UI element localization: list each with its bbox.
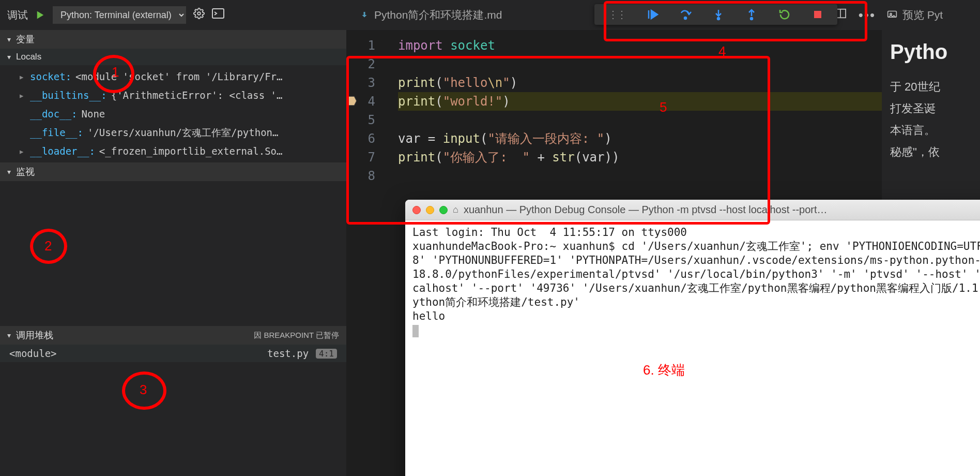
watch-area[interactable] [0, 181, 346, 326]
variable-row[interactable]: __doc__: None [19, 105, 346, 123]
variable-value: {'ArithmeticError': <class '… [111, 86, 283, 105]
line-number[interactable]: 5 [346, 111, 388, 129]
variable-name: __loader__: [30, 142, 95, 160]
variable-name: __file__: [30, 123, 83, 142]
variables-list: ▸socket: <module 'socket' from '/Library… [0, 65, 346, 162]
line-number[interactable]: 3 [346, 73, 388, 92]
line-number[interactable]: 2 [346, 55, 388, 73]
svg-point-1 [197, 12, 201, 15]
line-number[interactable]: 7 [346, 148, 388, 167]
line-number[interactable]: 1 [346, 36, 388, 55]
code-line[interactable] [398, 111, 882, 129]
step-into-button[interactable] [712, 8, 725, 21]
frame-location: 4:1 [316, 349, 337, 359]
preview-text: 于 20世纪 [882, 76, 980, 98]
drag-handle-icon[interactable]: ⋮⋮ [608, 8, 625, 21]
step-over-button[interactable] [679, 8, 692, 21]
debug-label: 调试 [7, 8, 28, 22]
restart-button[interactable] [778, 8, 791, 21]
section-watch[interactable]: ▾ 监视 [0, 162, 346, 181]
code-line[interactable]: import socket [398, 36, 882, 55]
terminal-window[interactable]: ⌂ xuanhun — Python Debug Console — Pytho… [405, 200, 980, 476]
start-debug-button[interactable] [35, 10, 45, 20]
section-locals[interactable]: ▾ Locals [0, 49, 346, 65]
variable-row[interactable]: ▸__loader__: <_frozen_importlib_external… [19, 142, 346, 160]
window-controls[interactable] [412, 206, 448, 214]
code-line[interactable] [398, 167, 882, 185]
preview-text: 本语言。 [882, 120, 980, 141]
chevron-down-icon: ▾ [7, 53, 11, 61]
frame-file: test.py [267, 348, 309, 359]
code-line[interactable]: print("hello\n") [398, 73, 882, 92]
continue-button[interactable] [646, 8, 659, 21]
preview-text: 打发圣诞 [882, 98, 980, 120]
variable-row[interactable]: ▸__builtins__: {'ArithmeticError': <clas… [19, 86, 346, 105]
debug-topbar: 调试 Python: Terminal (external) [0, 0, 346, 30]
svg-marker-4 [651, 10, 657, 19]
svg-rect-10 [814, 11, 821, 18]
chevron-right-icon: ▸ [19, 142, 26, 160]
gear-icon[interactable] [193, 8, 205, 22]
callstack-frame[interactable]: <module> test.py 4:1 [0, 345, 346, 362]
code-line[interactable]: print("你输入了: " + str(var)) [398, 148, 882, 167]
line-number[interactable]: 6 [346, 129, 388, 148]
chevron-down-icon: ▾ [7, 35, 11, 43]
svg-point-9 [751, 18, 753, 20]
locals-title: Locals [16, 52, 41, 62]
code-line[interactable]: var = input("请输入一段内容: ") [398, 129, 882, 148]
preview-text: 秘感"，依 [882, 141, 980, 163]
close-icon[interactable] [412, 206, 421, 214]
terminal-title: xuanhun — Python Debug Console — Python … [464, 204, 828, 216]
variable-row[interactable]: __file__: '/Users/xuanhun/玄魂工作室/python… [19, 123, 346, 142]
terminal-titlebar[interactable]: ⌂ xuanhun — Python Debug Console — Pytho… [405, 200, 980, 220]
variable-name: socket: [30, 67, 71, 86]
section-variables[interactable]: ▾ 变量 [0, 30, 346, 49]
chevron-down-icon: ▾ [7, 168, 11, 176]
preview-heading: Pytho [882, 30, 980, 76]
more-icon[interactable]: ••• [859, 7, 876, 23]
tab-file[interactable]: Python简介和环境搭建.md [353, 4, 509, 26]
variable-value: <_frozen_importlib_external.So… [99, 142, 283, 160]
step-out-button[interactable] [745, 8, 758, 21]
variable-value: None [82, 105, 105, 123]
minimize-icon[interactable] [426, 206, 434, 214]
breakpoint-current-icon [346, 93, 358, 105]
stop-button[interactable] [811, 8, 824, 21]
callstack-title: 调用堆栈 [16, 329, 53, 341]
line-number[interactable]: 8 [346, 167, 388, 185]
chevron-down-icon: ▾ [7, 331, 11, 339]
variable-name: __doc__: [30, 105, 78, 123]
home-icon: ⌂ [453, 204, 458, 215]
debug-toolbar[interactable]: ⋮⋮ [594, 4, 837, 25]
terminal-body[interactable]: Last login: Thu Oct 4 11:55:17 on ttys00… [405, 220, 980, 343]
variable-value: '/Users/xuanhun/玄魂工作室/python… [87, 123, 279, 142]
code-line[interactable]: print("world!") [398, 92, 882, 111]
preview-icon [887, 10, 897, 20]
callstack-status: 因 BREAKPOINT 已暂停 [254, 331, 339, 340]
debug-config-select[interactable]: Python: Terminal (external) [53, 6, 186, 24]
variable-value: <module 'socket' from '/Library/Fr… [75, 67, 282, 86]
watch-title: 监视 [16, 166, 35, 178]
code-line[interactable] [398, 55, 882, 73]
preview-tab-title: 预览 Pyt [902, 8, 943, 22]
svg-rect-2 [212, 9, 224, 18]
variable-row[interactable]: ▸socket: <module 'socket' from '/Library… [19, 67, 346, 86]
debug-console-icon[interactable] [212, 8, 224, 22]
terminal-output: Last login: Thu Oct 4 11:55:17 on ttys00… [412, 226, 980, 322]
svg-point-7 [717, 18, 719, 20]
variables-title: 变量 [16, 33, 35, 46]
svg-point-5 [684, 17, 686, 19]
variable-name: __builtins__: [30, 86, 107, 105]
zoom-icon[interactable] [439, 206, 448, 214]
debug-sidebar: 调试 Python: Terminal (external) ▾ 变量 ▾ Lo… [0, 0, 346, 476]
chevron-right-icon: ▸ [19, 86, 26, 105]
section-callstack[interactable]: ▾ 调用堆栈 因 BREAKPOINT 已暂停 [0, 326, 346, 345]
terminal-cursor [412, 325, 419, 337]
frame-name: <module> [9, 348, 57, 359]
tab-title: Python简介和环境搭建.md [374, 8, 502, 22]
svg-marker-13 [347, 96, 357, 106]
svg-marker-0 [37, 11, 44, 19]
markdown-arrow-icon [360, 10, 369, 20]
chevron-right-icon: ▸ [19, 67, 26, 86]
